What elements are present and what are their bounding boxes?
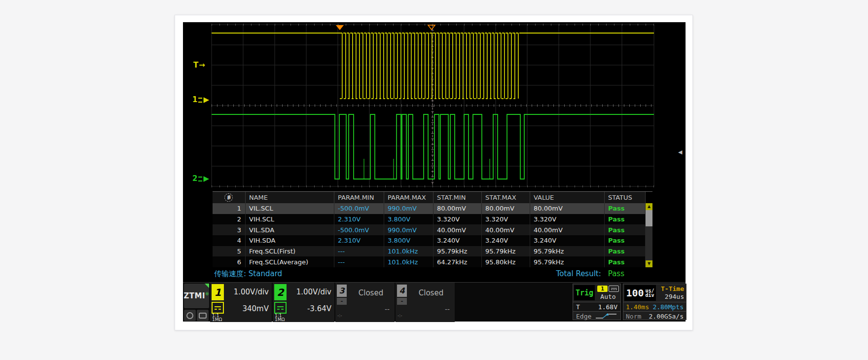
trigger-level-arrow-icon: →	[199, 62, 205, 69]
graticule-and-traces	[183, 22, 686, 189]
touch-gesture-icon[interactable]	[184, 310, 196, 321]
ch4-coupling-off-icon: -	[397, 298, 407, 305]
ch4-offset: --	[445, 305, 450, 313]
ch2-marker-label: 2	[192, 175, 197, 182]
channel1-badge[interactable]: 1	[212, 284, 224, 300]
ch3-probe-settings: -:-	[337, 313, 342, 318]
timebase-panel[interactable]: 100 us/div T-Time 294us 1.40ms 2.80Mpts	[623, 284, 687, 320]
ch4-probe-settings: -:-	[398, 313, 402, 318]
channel3-badge[interactable]: 3	[337, 285, 347, 297]
status-badge: Pass	[605, 214, 646, 225]
trigger-level-value: 1.68V	[598, 303, 617, 311]
ch2-marker-arrow-icon: ▶	[203, 175, 209, 182]
scope-screen: T→ 1 1▶ 2▶ ◀ B NAME PARAM.MIN	[183, 22, 686, 322]
oscilloscope-window: T→ 1 1▶ 2▶ ◀ B NAME PARAM.MIN	[175, 15, 693, 330]
ch4-state: Closed	[410, 288, 452, 297]
ch1-marker-arrow-icon: ▶	[203, 96, 209, 104]
table-row[interactable]: 4 VIH.SDA 2.310V 3.800V 3.240V 3.240V 3.…	[213, 235, 646, 246]
scroll-down-icon[interactable]: ▼	[646, 260, 652, 267]
trigger-source-badge[interactable]: 1	[597, 286, 608, 292]
trigger-panel[interactable]: Trig 1 Auto T 1.68V Edge	[573, 284, 621, 320]
scrollbar-thumb[interactable]	[646, 210, 652, 226]
col-header-stat-min: STAT.MIN	[434, 192, 482, 203]
mouse-gesture-icon[interactable]	[197, 310, 209, 321]
bus-measure-icon: B	[223, 192, 233, 202]
ch1-ground-marker[interactable]: 1 1▶	[192, 96, 209, 104]
ch3-offset: --	[385, 305, 390, 313]
timebase-scale: 100 us/div	[624, 285, 656, 301]
table-row[interactable]: 2 VIH.SCL 2.310V 3.800V 3.320V 3.320V 3.…	[213, 214, 646, 225]
col-header-status: STATUS	[605, 192, 646, 203]
brand-logo: ZTMI®	[184, 284, 209, 308]
ch1-offset: 340mV	[242, 304, 269, 313]
ch1-probe-settings: 1:11MΩ	[212, 314, 222, 322]
bottom-status-bar: ZTMI® 1 1:11MΩ 1.00V/div 340mV 2	[183, 282, 686, 322]
trigger-level-label: T	[193, 62, 198, 69]
measurement-table: B NAME PARAM.MIN PARAM.MAX STAT.MIN STAT…	[213, 191, 652, 267]
transfer-speed: 传输速度: Standard	[214, 269, 282, 279]
ch2-volts-per-div: 1.00V/div	[296, 288, 331, 296]
col-header-param-max: PARAM.MAX	[384, 192, 434, 203]
acquisition-row: Norm 2.00GSa/s	[623, 311, 686, 321]
table-row[interactable]: 1 VIL.SCL -500.0mV 990.0mV 80.00mV 80.00…	[213, 203, 646, 214]
channel4-panel[interactable]: 4 - -:- Closed --	[396, 283, 455, 322]
col-header-value: VALUE	[530, 192, 605, 203]
trigger-time-marker[interactable]	[336, 25, 344, 30]
delay-reference-marker[interactable]	[428, 25, 435, 30]
ch3-coupling-off-icon: -	[337, 298, 347, 305]
channel1-panel[interactable]: 1 1:11MΩ 1.00V/div 340mV	[210, 283, 272, 322]
channel3-panel[interactable]: 3 - -:- Closed --	[335, 283, 395, 322]
status-line: 传输速度: Standard Total Result:Pass	[183, 269, 686, 280]
trigger-time: T-Time 294us	[657, 285, 684, 301]
ch2-probe-settings: 1:11MΩ	[275, 314, 285, 322]
status-badge: Pass	[605, 224, 646, 235]
ch1-volts-per-div: 1.00V/div	[234, 288, 269, 296]
status-badge: Pass	[605, 246, 646, 257]
trigger-status: Trig	[574, 285, 595, 300]
channel4-badge[interactable]: 4	[397, 285, 407, 297]
dc-coupling-icon	[198, 177, 202, 181]
trigger-level-marker[interactable]: T→	[193, 62, 205, 69]
total-result: Total Result:Pass	[556, 269, 624, 278]
ch2-offset: -3.64V	[307, 304, 331, 313]
table-row[interactable]: 6 Freq.SCL(Average) --- 101.0kHz 64.27kH…	[213, 256, 646, 267]
table-header-row: B NAME PARAM.MIN PARAM.MAX STAT.MIN STAT…	[213, 192, 646, 203]
ch2-ground-marker[interactable]: 2▶	[192, 175, 209, 182]
trigger-level-row: T 1.68V	[573, 302, 620, 312]
ch2-coupling-icon	[274, 302, 287, 314]
table-row[interactable]: 5 Freq.SCL(First) --- 101.0kHz 95.79kHz …	[213, 246, 646, 257]
trigger-type-row: Edge	[573, 312, 620, 321]
trigger-coupling-icon	[609, 286, 619, 292]
col-header-name: NAME	[246, 192, 334, 203]
trigger-mode: Auto	[596, 293, 620, 300]
rising-edge-icon	[595, 313, 617, 319]
desktop-background: T→ 1 1▶ 2▶ ◀ B NAME PARAM.MIN	[0, 0, 868, 360]
waveform-display[interactable]: T→ 1 1▶ 2▶ ◀	[183, 22, 686, 189]
status-badge: Pass	[605, 235, 646, 246]
ch3-state: Closed	[350, 288, 392, 297]
channel2-badge[interactable]: 2	[274, 284, 287, 300]
col-header-stat-max: STAT.MAX	[482, 192, 530, 203]
channel2-panel[interactable]: 2 1:11MΩ 1.00V/div -3.64V	[273, 283, 334, 322]
dc-coupling-icon	[198, 98, 202, 103]
table-row[interactable]: 3 VIL.SDA -500.0mV 990.0mV 40.00mV 40.00…	[213, 224, 646, 235]
total-result-value: Pass	[608, 269, 624, 278]
status-badge: Pass	[605, 203, 646, 214]
panel-collapse-arrow-icon[interactable]: ◀	[678, 149, 682, 155]
col-header-param-min: PARAM.MIN	[334, 192, 384, 203]
ch1-scl-trace	[212, 33, 654, 99]
status-badge: Pass	[605, 256, 646, 267]
ch1-marker-label: 1	[192, 96, 197, 104]
scroll-up-icon[interactable]: ▲	[646, 203, 652, 210]
table-scrollbar[interactable]: ▲ ▼	[646, 203, 652, 267]
record-row: 1.40ms 2.80Mpts	[623, 302, 686, 311]
ch1-coupling-icon	[212, 302, 224, 314]
